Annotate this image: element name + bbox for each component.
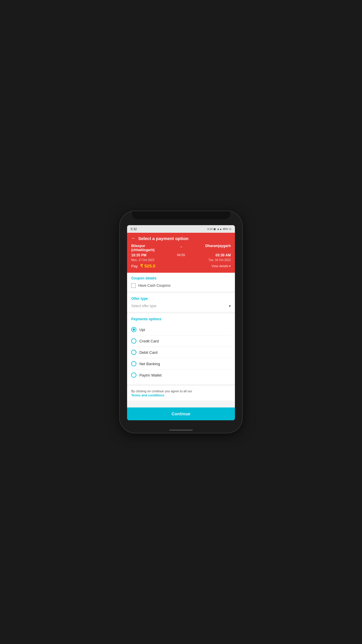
radio-debit-card (131, 350, 136, 355)
phone-notch (132, 211, 230, 219)
radio-paytm-wallet (131, 372, 136, 378)
payment-label-paytm-wallet: Paytm Wallet (139, 373, 161, 377)
origin-info: Bilaspur (chhattisgarh) (131, 244, 176, 252)
radio-net-banking (131, 361, 136, 366)
signal-icon: ▲▲ (217, 228, 222, 230)
offer-section-title: Offer type (131, 297, 231, 301)
battery-icon: ⊙ (229, 228, 231, 230)
payment-label-net-banking: Net Banking (139, 362, 160, 366)
terms-link[interactable]: Terms and conditions (131, 393, 231, 397)
offer-select-placeholder: Select offer type (131, 304, 157, 308)
phone-screen: 5:32 0.10 ▣ ▲▲ 86% ⊙ ← Select a payment … (127, 225, 235, 420)
payment-option-net-banking[interactable]: Net Banking (131, 358, 231, 370)
home-indicator (169, 430, 193, 430)
battery-level: 86% (223, 228, 228, 230)
payment-label-credit-card: Credit Card (139, 339, 159, 343)
departure-time: 10:35 PM (131, 253, 176, 257)
destination-city: Dharamjaygarh (186, 244, 231, 248)
origin-city: Bilaspur (chhattisgarh) (131, 244, 176, 252)
coupon-label: Have Cash Coupons (138, 284, 171, 288)
back-button[interactable]: ← (131, 236, 136, 241)
phone-device: 5:32 0.10 ▣ ▲▲ 86% ⊙ ← Select a payment … (120, 211, 242, 433)
status-icons: 0.10 ▣ ▲▲ 86% ⊙ (207, 228, 231, 230)
pay-info: Pay ₹ 525.0 (131, 263, 155, 269)
pay-row: Pay ₹ 525.0 View details ▾ (131, 263, 231, 269)
network-icon: 0.10 (207, 228, 212, 230)
header-title-row: ← Select a payment option (131, 236, 231, 241)
offer-section: Offer type Select offer type ▾ (127, 293, 235, 312)
departure-date: Mon, 17 Oct 2022 (131, 258, 176, 262)
payment-section: Payments options Upi Credit Card Debit (127, 314, 235, 384)
coupon-section-title: Coupon details (131, 276, 231, 280)
app-header: ← Select a payment option Bilaspur (chha… (127, 233, 235, 273)
arrival-date: Tue, 18 Oct 2022 (186, 258, 231, 262)
coupon-section: Coupon details Have Cash Coupons (127, 273, 235, 291)
arrival-time: 03:30 AM (186, 253, 231, 257)
journey-arrow: → (177, 244, 185, 249)
offer-chevron-icon: ▾ (229, 304, 231, 308)
continue-button[interactable]: Continue (127, 407, 235, 420)
content-area: Coupon details Have Cash Coupons Offer t… (127, 273, 235, 407)
payment-label-debit-card: Debit Card (139, 350, 157, 355)
view-details-button[interactable]: View details ▾ (211, 264, 231, 268)
pay-amount: ₹ 525.0 (140, 263, 155, 268)
coupon-checkbox[interactable] (131, 283, 136, 288)
payment-section-title: Payments options (131, 317, 231, 321)
chevron-icon: ▾ (229, 264, 231, 268)
status-bar: 5:32 0.10 ▣ ▲▲ 86% ⊙ (127, 225, 235, 233)
journey-info: Bilaspur (chhattisgarh) → Dharamjaygarh … (131, 244, 231, 262)
pay-label: Pay (131, 264, 138, 268)
payment-option-credit-card[interactable]: Credit Card (131, 335, 231, 347)
payment-option-paytm-wallet[interactable]: Paytm Wallet (131, 370, 231, 381)
destination-info: Dharamjaygarh (186, 244, 231, 248)
radio-upi (131, 327, 136, 332)
offer-select-row[interactable]: Select offer type ▾ (131, 304, 231, 308)
radio-upi-fill (133, 328, 135, 331)
payment-option-debit-card[interactable]: Debit Card (131, 347, 231, 358)
coupon-row: Have Cash Coupons (131, 283, 231, 288)
terms-static-text: By clicking on continue you agree to all… (131, 389, 231, 393)
page-title: Select a payment option (138, 236, 189, 241)
wifi-icon: ▣ (213, 228, 216, 230)
payment-option-upi[interactable]: Upi (131, 324, 231, 335)
journey-duration: 04:55 (177, 253, 185, 257)
payment-label-upi: Upi (139, 328, 145, 332)
radio-credit-card (131, 338, 136, 344)
status-time: 5:32 (131, 227, 137, 231)
terms-section: By clicking on continue you agree to all… (127, 386, 235, 400)
